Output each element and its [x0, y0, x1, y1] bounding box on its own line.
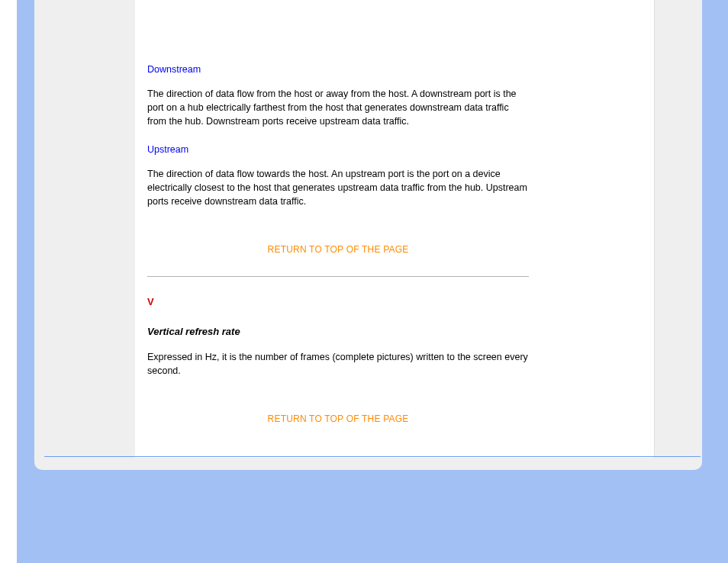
definition-vertical-refresh: Expressed in Hz, it is the number of fra… — [147, 350, 529, 378]
page-bottom-divider — [44, 456, 701, 457]
page-content-area: Downstream The direction of data flow fr… — [135, 0, 585, 458]
definition-upstream: The direction of data flow towards the h… — [147, 167, 529, 208]
page-right-grey-strip — [654, 0, 701, 458]
definition-downstream: The direction of data flow from the host… — [147, 87, 529, 128]
term-link-upstream[interactable]: Upstream — [147, 143, 188, 156]
term-link-downstream[interactable]: Downstream — [147, 63, 201, 76]
return-to-top-link[interactable]: RETURN TO TOP OF THE PAGE — [147, 243, 529, 256]
section-divider — [147, 276, 529, 277]
text-content: Downstream The direction of data flow fr… — [147, 63, 529, 446]
return-to-top-link[interactable]: RETURN TO TOP OF THE PAGE — [147, 413, 529, 426]
term-title-vertical-refresh: Vertical refresh rate — [147, 325, 529, 339]
section-letter-v: V — [147, 295, 529, 310]
